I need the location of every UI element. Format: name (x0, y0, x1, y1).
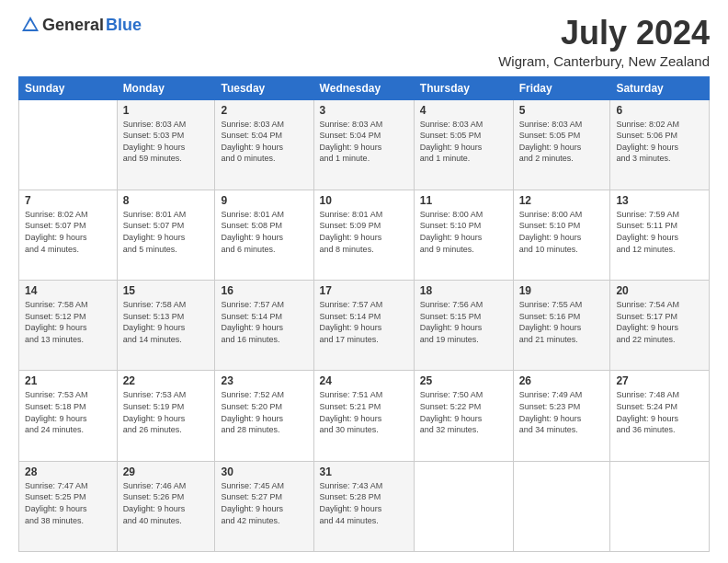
day-number: 19 (519, 284, 605, 297)
day-info: Sunrise: 7:58 AMSunset: 5:13 PMDaylight:… (123, 299, 210, 345)
calendar-header: SundayMondayTuesdayWednesdayThursdayFrid… (19, 76, 710, 99)
day-info: Sunrise: 7:52 AMSunset: 5:20 PMDaylight:… (221, 389, 307, 435)
day-info: Sunrise: 8:03 AMSunset: 5:05 PMDaylight:… (519, 119, 605, 165)
day-info: Sunrise: 7:51 AMSunset: 5:21 PMDaylight:… (320, 389, 408, 435)
day-cell: 14Sunrise: 7:58 AMSunset: 5:12 PMDayligh… (19, 281, 118, 371)
day-cell: 6Sunrise: 8:02 AMSunset: 5:06 PMDaylight… (610, 99, 710, 190)
calendar-body: 1Sunrise: 8:03 AMSunset: 5:03 PMDaylight… (19, 99, 710, 551)
day-number: 22 (123, 374, 210, 387)
day-number: 26 (519, 374, 605, 387)
day-number: 14 (25, 284, 111, 297)
day-info: Sunrise: 8:02 AMSunset: 5:06 PMDaylight:… (616, 119, 703, 165)
header-cell-friday: Friday (513, 76, 610, 99)
day-cell: 23Sunrise: 7:52 AMSunset: 5:20 PMDayligh… (215, 371, 313, 461)
day-cell: 11Sunrise: 8:00 AMSunset: 5:10 PMDayligh… (414, 190, 513, 280)
day-number: 7 (25, 194, 111, 207)
header: General Blue July 2024 Wigram, Canterbur… (18, 15, 710, 69)
day-info: Sunrise: 7:45 AMSunset: 5:27 PMDaylight:… (221, 480, 307, 526)
day-cell: 13Sunrise: 7:59 AMSunset: 5:11 PMDayligh… (610, 190, 710, 280)
day-cell: 12Sunrise: 8:00 AMSunset: 5:10 PMDayligh… (513, 190, 610, 280)
day-info: Sunrise: 8:02 AMSunset: 5:07 PMDaylight:… (25, 209, 111, 255)
day-number: 25 (420, 374, 507, 387)
day-number: 30 (221, 465, 307, 478)
day-number: 16 (221, 284, 307, 297)
day-info: Sunrise: 7:59 AMSunset: 5:11 PMDaylight:… (616, 209, 703, 255)
day-number: 1 (123, 104, 210, 117)
day-cell: 24Sunrise: 7:51 AMSunset: 5:21 PMDayligh… (313, 371, 414, 461)
day-cell: 4Sunrise: 8:03 AMSunset: 5:05 PMDaylight… (414, 99, 513, 190)
calendar-table: SundayMondayTuesdayWednesdayThursdayFrid… (18, 76, 710, 552)
day-info: Sunrise: 8:03 AMSunset: 5:05 PMDaylight:… (420, 119, 507, 165)
day-info: Sunrise: 7:56 AMSunset: 5:15 PMDaylight:… (420, 299, 507, 345)
calendar-page: General Blue July 2024 Wigram, Canterbur… (0, 0, 728, 563)
day-number: 17 (320, 284, 408, 297)
month-title: July 2024 (498, 15, 710, 52)
day-cell: 31Sunrise: 7:43 AMSunset: 5:28 PMDayligh… (313, 461, 414, 551)
header-cell-monday: Monday (117, 76, 215, 99)
day-info: Sunrise: 8:01 AMSunset: 5:09 PMDaylight:… (320, 209, 408, 255)
week-row-3: 14Sunrise: 7:58 AMSunset: 5:12 PMDayligh… (19, 281, 710, 371)
day-info: Sunrise: 7:53 AMSunset: 5:18 PMDaylight:… (25, 389, 111, 435)
day-cell: 25Sunrise: 7:50 AMSunset: 5:22 PMDayligh… (414, 371, 513, 461)
day-info: Sunrise: 7:57 AMSunset: 5:14 PMDaylight:… (320, 299, 408, 345)
day-number: 13 (616, 194, 703, 207)
day-cell: 29Sunrise: 7:46 AMSunset: 5:26 PMDayligh… (117, 461, 215, 551)
day-cell: 27Sunrise: 7:48 AMSunset: 5:24 PMDayligh… (610, 371, 710, 461)
day-number: 18 (420, 284, 507, 297)
logo-blue-text: Blue (106, 16, 142, 35)
day-cell: 8Sunrise: 8:01 AMSunset: 5:07 PMDaylight… (117, 190, 215, 280)
day-number: 4 (420, 104, 507, 117)
day-number: 12 (519, 194, 605, 207)
day-number: 23 (221, 374, 307, 387)
day-cell: 28Sunrise: 7:47 AMSunset: 5:25 PMDayligh… (19, 461, 118, 551)
day-info: Sunrise: 7:48 AMSunset: 5:24 PMDaylight:… (616, 389, 703, 435)
day-info: Sunrise: 8:00 AMSunset: 5:10 PMDaylight:… (420, 209, 507, 255)
week-row-5: 28Sunrise: 7:47 AMSunset: 5:25 PMDayligh… (19, 461, 710, 551)
day-info: Sunrise: 7:50 AMSunset: 5:22 PMDaylight:… (420, 389, 507, 435)
day-cell: 22Sunrise: 7:53 AMSunset: 5:19 PMDayligh… (117, 371, 215, 461)
day-number: 2 (221, 104, 307, 117)
location: Wigram, Canterbury, New Zealand (498, 53, 710, 69)
day-number: 9 (221, 194, 307, 207)
day-cell: 30Sunrise: 7:45 AMSunset: 5:27 PMDayligh… (215, 461, 313, 551)
day-number: 8 (123, 194, 210, 207)
day-info: Sunrise: 7:46 AMSunset: 5:26 PMDaylight:… (123, 480, 210, 526)
day-info: Sunrise: 7:47 AMSunset: 5:25 PMDaylight:… (25, 480, 111, 526)
day-info: Sunrise: 7:58 AMSunset: 5:12 PMDaylight:… (25, 299, 111, 345)
day-cell: 15Sunrise: 7:58 AMSunset: 5:13 PMDayligh… (117, 281, 215, 371)
day-cell (19, 99, 118, 190)
day-number: 3 (320, 104, 408, 117)
title-area: July 2024 Wigram, Canterbury, New Zealan… (498, 15, 710, 69)
day-number: 15 (123, 284, 210, 297)
day-info: Sunrise: 7:49 AMSunset: 5:23 PMDaylight:… (519, 389, 605, 435)
day-info: Sunrise: 8:01 AMSunset: 5:08 PMDaylight:… (221, 209, 307, 255)
header-cell-sunday: Sunday (19, 76, 118, 99)
day-number: 31 (320, 465, 408, 478)
day-cell: 9Sunrise: 8:01 AMSunset: 5:08 PMDaylight… (215, 190, 313, 280)
week-row-2: 7Sunrise: 8:02 AMSunset: 5:07 PMDaylight… (19, 190, 710, 280)
day-cell (610, 461, 710, 551)
day-info: Sunrise: 8:03 AMSunset: 5:03 PMDaylight:… (123, 119, 210, 165)
day-cell: 2Sunrise: 8:03 AMSunset: 5:04 PMDaylight… (215, 99, 313, 190)
day-info: Sunrise: 7:54 AMSunset: 5:17 PMDaylight:… (616, 299, 703, 345)
day-number: 29 (123, 465, 210, 478)
day-cell: 20Sunrise: 7:54 AMSunset: 5:17 PMDayligh… (610, 281, 710, 371)
logo-general-text: General (42, 16, 104, 35)
header-cell-tuesday: Tuesday (215, 76, 313, 99)
day-info: Sunrise: 8:03 AMSunset: 5:04 PMDaylight:… (320, 119, 408, 165)
day-cell: 26Sunrise: 7:49 AMSunset: 5:23 PMDayligh… (513, 371, 610, 461)
day-cell: 18Sunrise: 7:56 AMSunset: 5:15 PMDayligh… (414, 281, 513, 371)
day-info: Sunrise: 8:00 AMSunset: 5:10 PMDaylight:… (519, 209, 605, 255)
day-info: Sunrise: 7:53 AMSunset: 5:19 PMDaylight:… (123, 389, 210, 435)
day-cell: 10Sunrise: 8:01 AMSunset: 5:09 PMDayligh… (313, 190, 414, 280)
header-cell-thursday: Thursday (414, 76, 513, 99)
day-info: Sunrise: 8:03 AMSunset: 5:04 PMDaylight:… (221, 119, 307, 165)
header-row: SundayMondayTuesdayWednesdayThursdayFrid… (19, 76, 710, 99)
day-number: 20 (616, 284, 703, 297)
header-cell-saturday: Saturday (610, 76, 710, 99)
day-number: 6 (616, 104, 703, 117)
day-cell: 7Sunrise: 8:02 AMSunset: 5:07 PMDaylight… (19, 190, 118, 280)
day-info: Sunrise: 7:43 AMSunset: 5:28 PMDaylight:… (320, 480, 408, 526)
day-cell: 21Sunrise: 7:53 AMSunset: 5:18 PMDayligh… (19, 371, 118, 461)
day-info: Sunrise: 8:01 AMSunset: 5:07 PMDaylight:… (123, 209, 210, 255)
